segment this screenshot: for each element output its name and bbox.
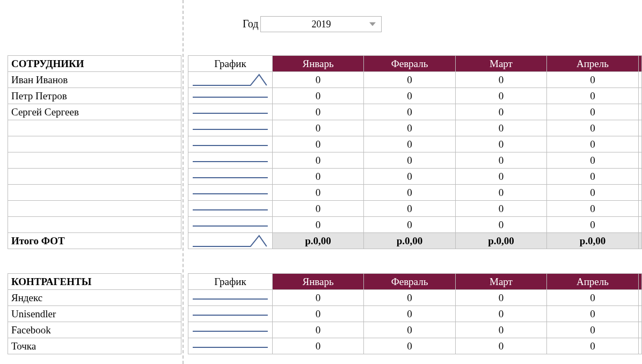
data-cell[interactable]: 0 <box>272 72 363 88</box>
data-cell[interactable]: 0 <box>364 322 455 338</box>
row-label[interactable]: Яндекс <box>8 290 181 306</box>
row-label[interactable]: КОНТРАГЕНТЫ <box>8 274 181 290</box>
data-cell[interactable]: 0 <box>455 322 546 338</box>
data-cell[interactable]: 0 <box>547 290 638 306</box>
row-label[interactable] <box>8 136 181 152</box>
data-cell[interactable]: 0 <box>547 185 638 201</box>
data-cell[interactable]: 0 <box>455 217 546 233</box>
data-cell[interactable]: 0 <box>455 290 546 306</box>
data-cell[interactable]: 0 <box>547 152 638 169</box>
data-cell[interactable]: 0 <box>272 217 363 233</box>
row-label[interactable]: Facebook <box>8 322 181 338</box>
data-cell[interactable]: 0 <box>547 104 638 120</box>
data-cell[interactable]: 0 <box>455 152 546 169</box>
data-cell[interactable]: 0 <box>455 72 546 88</box>
sparkline-cell[interactable] <box>188 169 273 185</box>
data-cell[interactable]: 0 <box>547 338 638 354</box>
data-cell[interactable]: 0 <box>272 104 363 120</box>
sparkline-icon <box>193 293 268 303</box>
row-label[interactable]: Сергей Сергеев <box>8 104 181 120</box>
sparkline-cell[interactable] <box>188 322 273 338</box>
row-label[interactable]: Unisendler <box>8 306 181 322</box>
sparkline-cell[interactable] <box>188 233 273 249</box>
row-label[interactable] <box>8 201 181 217</box>
data-cell[interactable]: 0 <box>547 306 638 322</box>
data-cell[interactable]: 0 <box>364 104 455 120</box>
data-cell[interactable]: 0 <box>455 201 546 217</box>
data-cell[interactable]: 0 <box>364 72 455 88</box>
data-cell[interactable]: 0 <box>455 136 546 152</box>
data-cell[interactable]: р.0,00 <box>272 233 363 249</box>
data-cell[interactable]: 0 <box>364 185 455 201</box>
column-header-graph: График <box>188 56 273 72</box>
data-cell[interactable]: 0 <box>547 120 638 136</box>
sparkline-cell[interactable] <box>188 201 273 217</box>
data-cell[interactable]: 0 <box>272 120 363 136</box>
data-cell[interactable]: 0 <box>364 88 455 104</box>
right-data-table: ГрафикЯнварьФевральМартАпрель00000000000… <box>188 55 642 354</box>
data-cell[interactable]: 0 <box>364 136 455 152</box>
data-cell[interactable]: 0 <box>272 322 363 338</box>
data-cell[interactable]: 0 <box>364 217 455 233</box>
data-cell[interactable]: 0 <box>364 152 455 169</box>
data-cell[interactable]: 0 <box>364 201 455 217</box>
sparkline-cell[interactable] <box>188 185 273 201</box>
data-cell[interactable]: 0 <box>547 217 638 233</box>
row-label[interactable]: Точка <box>8 338 181 354</box>
sparkline-cell[interactable] <box>188 290 273 306</box>
column-header-month: Март <box>455 274 546 290</box>
data-cell[interactable]: 0 <box>455 120 546 136</box>
year-select[interactable]: 2019 <box>260 16 382 32</box>
row-label[interactable]: Итого ФОТ <box>8 233 181 249</box>
sparkline-cell[interactable] <box>188 306 273 322</box>
row-label[interactable]: Петр Петров <box>8 88 181 104</box>
data-cell[interactable]: 0 <box>272 136 363 152</box>
data-cell[interactable]: 0 <box>547 322 638 338</box>
data-cell[interactable]: 0 <box>364 290 455 306</box>
sparkline-cell[interactable] <box>188 152 273 169</box>
data-cell[interactable]: 0 <box>272 201 363 217</box>
data-cell[interactable]: 0 <box>455 338 546 354</box>
data-cell[interactable]: 0 <box>547 72 638 88</box>
data-cell[interactable]: 0 <box>272 306 363 322</box>
data-cell[interactable]: 0 <box>272 290 363 306</box>
data-cell[interactable]: 0 <box>455 306 546 322</box>
row-label[interactable]: Иван Иванов <box>8 72 181 88</box>
row-label[interactable]: СОТРУДНИКИ <box>8 56 181 72</box>
data-cell[interactable]: 0 <box>364 169 455 185</box>
data-cell[interactable]: 0 <box>364 120 455 136</box>
data-cell[interactable]: 0 <box>547 201 638 217</box>
data-cell[interactable]: 0 <box>364 338 455 354</box>
data-cell[interactable]: 0 <box>272 88 363 104</box>
column-header-month: Апрель <box>547 274 638 290</box>
data-cell[interactable]: 0 <box>455 88 546 104</box>
data-cell[interactable]: 0 <box>455 104 546 120</box>
data-cell[interactable]: р.0,00 <box>455 233 546 249</box>
data-cell[interactable]: 0 <box>547 136 638 152</box>
data-cell[interactable]: 0 <box>272 169 363 185</box>
sparkline-cell[interactable] <box>188 217 273 233</box>
data-cell[interactable]: 0 <box>547 88 638 104</box>
data-cell[interactable]: 0 <box>272 338 363 354</box>
data-cell[interactable]: 0 <box>547 169 638 185</box>
row-label[interactable] <box>8 217 181 233</box>
sparkline-cell[interactable] <box>188 104 273 120</box>
sparkline-cell[interactable] <box>188 120 273 136</box>
data-cell[interactable]: р.0,00 <box>364 233 455 249</box>
sparkline-cell[interactable] <box>188 88 273 104</box>
row-label[interactable] <box>8 152 181 169</box>
sparkline-cell[interactable] <box>188 136 273 152</box>
row-label[interactable] <box>8 120 181 136</box>
sparkline-cell[interactable] <box>188 338 273 354</box>
data-cell[interactable]: 0 <box>272 152 363 169</box>
sparkline-cell[interactable] <box>188 72 273 88</box>
data-cell[interactable]: 0 <box>364 306 455 322</box>
row-label[interactable] <box>8 185 181 201</box>
data-cell[interactable]: 0 <box>455 185 546 201</box>
column-header-month: Апрель <box>547 56 638 72</box>
data-cell[interactable]: 0 <box>455 169 546 185</box>
column-header-month: Январь <box>272 274 363 290</box>
data-cell[interactable]: 0 <box>272 185 363 201</box>
data-cell[interactable]: р.0,00 <box>547 233 638 249</box>
row-label[interactable] <box>8 169 181 185</box>
